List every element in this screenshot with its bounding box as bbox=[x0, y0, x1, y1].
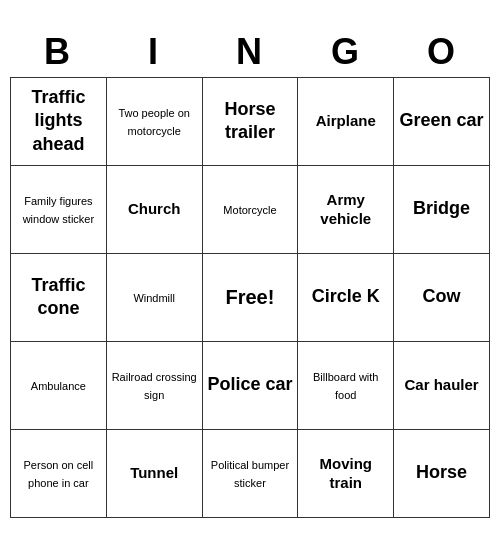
cell-r0-c3[interactable]: Airplane bbox=[298, 77, 394, 165]
cell-r3-c1[interactable]: Railroad crossing sign bbox=[106, 341, 202, 429]
header-o: O bbox=[394, 27, 490, 77]
cell-r3-c4[interactable]: Car hauler bbox=[394, 341, 490, 429]
cell-r0-c0[interactable]: Traffic lights ahead bbox=[11, 77, 107, 165]
cell-r4-c4[interactable]: Horse bbox=[394, 429, 490, 517]
cell-r4-c0[interactable]: Person on cell phone in car bbox=[11, 429, 107, 517]
cell-r1-c3[interactable]: Army vehicle bbox=[298, 165, 394, 253]
cell-r0-c2[interactable]: Horse trailer bbox=[202, 77, 298, 165]
bingo-header: B I N G O bbox=[10, 27, 490, 77]
cell-r1-c4[interactable]: Bridge bbox=[394, 165, 490, 253]
cell-r2-c1[interactable]: Windmill bbox=[106, 253, 202, 341]
cell-r2-c0[interactable]: Traffic cone bbox=[11, 253, 107, 341]
cell-r0-c1[interactable]: Two people on motorcycle bbox=[106, 77, 202, 165]
bingo-grid: Traffic lights aheadTwo people on motorc… bbox=[10, 77, 490, 518]
cell-r0-c4[interactable]: Green car bbox=[394, 77, 490, 165]
cell-r3-c0[interactable]: Ambulance bbox=[11, 341, 107, 429]
cell-r3-c2[interactable]: Police car bbox=[202, 341, 298, 429]
cell-r2-c2[interactable]: Free! bbox=[202, 253, 298, 341]
cell-r4-c1[interactable]: Tunnel bbox=[106, 429, 202, 517]
cell-r1-c0[interactable]: Family figures window sticker bbox=[11, 165, 107, 253]
cell-r2-c3[interactable]: Circle K bbox=[298, 253, 394, 341]
cell-r1-c2[interactable]: Motorcycle bbox=[202, 165, 298, 253]
bingo-card: B I N G O Traffic lights aheadTwo people… bbox=[10, 27, 490, 518]
header-b: B bbox=[10, 27, 106, 77]
cell-r1-c1[interactable]: Church bbox=[106, 165, 202, 253]
cell-r4-c3[interactable]: Moving train bbox=[298, 429, 394, 517]
cell-r2-c4[interactable]: Cow bbox=[394, 253, 490, 341]
header-g: G bbox=[298, 27, 394, 77]
header-i: I bbox=[106, 27, 202, 77]
cell-r3-c3[interactable]: Billboard with food bbox=[298, 341, 394, 429]
header-n: N bbox=[202, 27, 298, 77]
cell-r4-c2[interactable]: Political bumper sticker bbox=[202, 429, 298, 517]
